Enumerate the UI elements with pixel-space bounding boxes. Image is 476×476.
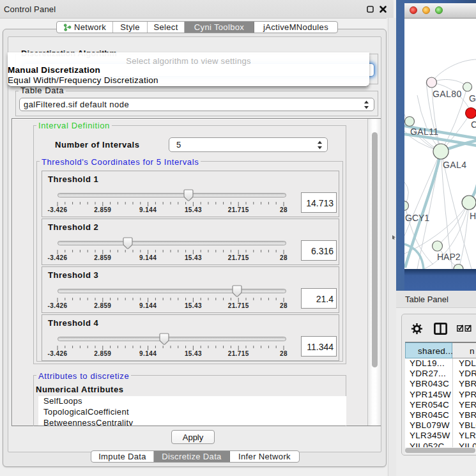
svg-text:GAL80: GAL80 [433, 89, 462, 99]
svg-text:GAL4: GAL4 [443, 160, 466, 170]
svg-text:GAL11: GAL11 [410, 127, 439, 137]
svg-text:C: C [471, 119, 476, 130]
svg-text:HAP2: HAP2 [437, 252, 461, 262]
svg-text:GA: GA [469, 93, 476, 104]
svg-text:GCY1: GCY1 [405, 213, 429, 223]
svg-text:H: H [470, 211, 476, 221]
